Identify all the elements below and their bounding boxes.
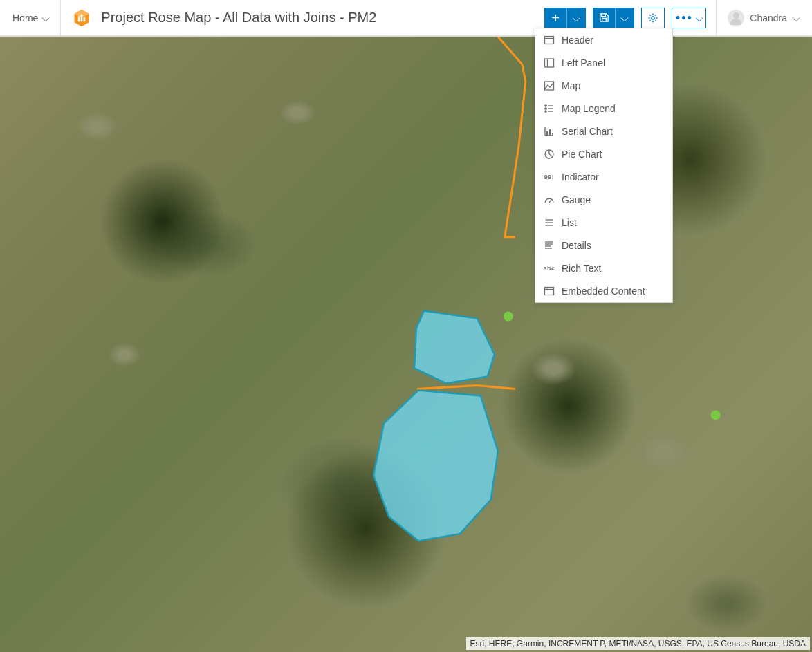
list-icon (544, 217, 555, 228)
plus-icon: + (551, 11, 560, 25)
menu-item-label: Embedded Content (562, 286, 645, 297)
menu-item-label: List (562, 217, 577, 228)
menu-item-label: Indicator (562, 171, 599, 183)
chevron-down-icon (42, 15, 49, 21)
embedded-content-icon (544, 286, 555, 297)
menu-item-label: Pie Chart (562, 149, 602, 160)
svg-rect-3 (81, 14, 83, 21)
svg-line-23 (549, 200, 551, 203)
chevron-down-icon (793, 15, 800, 21)
svg-rect-4 (84, 17, 86, 21)
more-options-button[interactable]: ••• (672, 8, 706, 28)
menu-item-left-panel[interactable]: Left Panel (535, 51, 672, 74)
menu-item-rich-text[interactable]: abc Rich Text (535, 257, 672, 279)
add-button-group: + (544, 8, 586, 28)
svg-point-11 (545, 104, 546, 106)
svg-rect-21 (552, 133, 553, 136)
header-icon (544, 35, 555, 46)
svg-rect-2 (78, 16, 80, 21)
menu-item-list[interactable]: List (535, 211, 672, 234)
user-name: Chandra (750, 12, 787, 24)
settings-button[interactable] (641, 8, 665, 28)
svg-point-13 (545, 107, 546, 109)
menu-item-label: Serial Chart (562, 126, 613, 137)
map-point (504, 312, 513, 322)
gear-icon (647, 12, 658, 24)
svg-rect-8 (545, 59, 554, 67)
menu-item-label: Header (562, 35, 593, 46)
menu-item-label: Map (562, 80, 580, 91)
svg-rect-20 (549, 129, 551, 136)
user-menu[interactable]: Chandra (716, 0, 812, 35)
menu-item-map[interactable]: Map (535, 74, 672, 97)
avatar (728, 10, 744, 26)
chevron-down-icon (696, 15, 703, 21)
map-canvas[interactable]: Esri, HERE, Garmin, INCREMENT P, METI/NA… (0, 36, 812, 652)
menu-item-label: Rich Text (562, 263, 601, 274)
top-bar: Home Project Rose Map - All Data with Jo… (0, 0, 812, 36)
menu-item-details[interactable]: Details (535, 234, 672, 257)
home-button[interactable]: Home (0, 0, 61, 35)
map-attribution: Esri, HERE, Garmin, INCREMENT P, METI/NA… (466, 637, 810, 650)
map-legend-icon (544, 103, 555, 114)
menu-item-label: Map Legend (562, 103, 616, 114)
map-point (711, 410, 721, 420)
save-button[interactable] (593, 8, 615, 28)
menu-item-embedded-content[interactable]: Embedded Content (535, 279, 672, 302)
details-icon (544, 240, 555, 251)
pie-chart-icon (544, 149, 555, 160)
menu-item-gauge[interactable]: Gauge (535, 188, 672, 211)
map-overlay-svg (0, 37, 812, 652)
save-button-group (593, 8, 634, 28)
svg-point-5 (652, 16, 654, 19)
chevron-down-icon (621, 15, 628, 21)
menu-item-pie-chart[interactable]: Pie Chart (535, 142, 672, 165)
menu-item-serial-chart[interactable]: Serial Chart (535, 120, 672, 142)
menu-item-label: Details (562, 240, 591, 251)
add-button[interactable]: + (544, 8, 566, 28)
left-panel-icon (544, 57, 555, 68)
rich-text-icon: abc (544, 263, 555, 274)
menu-item-label: Left Panel (562, 57, 605, 68)
svg-point-37 (547, 288, 548, 288)
map-polygon (373, 390, 498, 541)
svg-rect-6 (545, 36, 554, 44)
menu-item-label: Gauge (562, 194, 591, 205)
svg-point-36 (546, 288, 546, 288)
map-icon (544, 80, 555, 91)
gauge-icon (544, 194, 555, 205)
menu-item-indicator[interactable]: 99! Indicator (535, 165, 672, 188)
indicator-icon: 99! (544, 171, 555, 183)
serial-chart-icon (544, 126, 555, 137)
app-logo (72, 8, 91, 28)
menu-item-map-legend[interactable]: Map Legend (535, 97, 672, 120)
add-dropdown-button[interactable] (566, 8, 586, 28)
svg-rect-10 (545, 82, 554, 90)
menu-item-header[interactable]: Header (535, 28, 672, 51)
map-line (498, 37, 526, 237)
chevron-down-icon (573, 15, 580, 21)
page-title: Project Rose Map - All Data with Joins -… (101, 10, 376, 26)
save-dropdown-button[interactable] (615, 8, 634, 28)
add-element-menu: Header Left Panel Map Map Legend Serial … (535, 28, 673, 303)
map-line (417, 385, 515, 389)
svg-point-15 (545, 110, 546, 111)
ellipsis-icon: ••• (676, 12, 693, 24)
home-label: Home (12, 12, 38, 24)
svg-rect-19 (546, 131, 548, 136)
map-polygon (414, 311, 495, 384)
save-icon (599, 12, 609, 23)
